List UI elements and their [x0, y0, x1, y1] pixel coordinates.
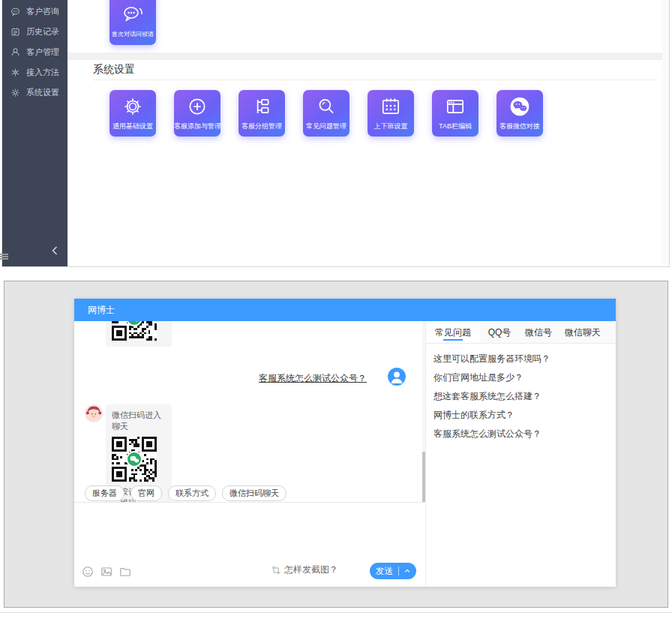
conversation-pane: 客服系统怎么测试公众号？ 微信扫码进入聊天 — [74, 321, 426, 587]
sidebar-item-system-settings[interactable]: 系统设置 — [2, 83, 68, 103]
chat-header: 网博士 — [74, 299, 616, 321]
sidebar-item-label: 历史记录 — [26, 26, 59, 38]
faq-question[interactable]: 想这套客服系统怎么搭建？ — [434, 387, 616, 406]
section-divider — [93, 80, 657, 80]
faq-question-list: 这里可以配置服务器环境吗？ 你们官网地址是多少？ 想这套客服系统怎么搭建？ 网博… — [426, 344, 616, 443]
plus-circle-icon — [186, 95, 208, 118]
gear-icon — [10, 88, 20, 98]
outgoing-message-row: 客服系统怎么测试公众号？ — [74, 368, 425, 390]
search-icon — [315, 95, 338, 118]
sidebar-item-label: 客户管理 — [26, 47, 59, 58]
page-bottom-rule — [0, 612, 672, 613]
tile-label: 客服分组管理 — [238, 122, 285, 131]
screenshot-hint-text: 怎样发截图？ — [284, 563, 338, 576]
send-divider — [398, 566, 399, 575]
tile-label: TAB栏编辑 — [432, 122, 478, 131]
person-icon — [388, 368, 406, 386]
agent-avatar — [85, 404, 103, 422]
sidebar: 客户咨询 历史记录 客户管理 接入方法 系统设置 — [2, 0, 68, 266]
screenshot-hint[interactable]: 怎样发截图？ — [271, 563, 338, 576]
history-doc-icon — [10, 27, 20, 37]
message-qr-clipped — [106, 321, 172, 347]
tile-wechat-connect[interactable]: 客服微信对接 — [496, 90, 543, 137]
sidebar-item-customer-consult[interactable]: 客户咨询 — [2, 2, 68, 22]
chat-greeting-icon — [122, 5, 144, 24]
quick-reply-row: 服务器 官网 联系方式 微信扫码聊天 — [85, 485, 286, 501]
message-list: 客服系统怎么测试公众号？ 微信扫码进入聊天 — [74, 321, 425, 502]
sidebar-item-customer-manage[interactable]: 客户管理 — [2, 42, 68, 62]
tile-general-settings[interactable]: 通用基础设置 — [110, 90, 156, 137]
file-folder-icon[interactable] — [119, 566, 131, 578]
scrollbar-track[interactable] — [422, 321, 425, 502]
user-avatar — [388, 368, 406, 386]
chat-title: 网博士 — [88, 305, 115, 315]
chat-widget: 网博士 客服系统怎么测试 — [74, 299, 616, 587]
tile-label: 上下班设置 — [368, 122, 414, 131]
tile-work-hours[interactable]: 上下班设置 — [368, 90, 414, 137]
send-button[interactable]: 发送 — [370, 563, 416, 579]
tile-label: 常见问题管理 — [303, 122, 350, 131]
section-separator — [68, 53, 662, 60]
quick-reply-chip[interactable]: 微信扫码聊天 — [222, 485, 286, 501]
quick-reply-chip[interactable]: 官网 — [130, 485, 162, 501]
faq-question[interactable]: 客服系统怎么测试公众号？ — [434, 425, 616, 443]
faq-pane: 常见问题 QQ号 微信号 微信聊天 这里可以配置服务器环境吗？ 你们官网地址是多… — [426, 321, 616, 587]
sidebar-item-history[interactable]: 历史记录 — [2, 22, 68, 42]
settings-tile-grid: 通用基础设置 客服添加与管理 客服分组管理 常见问题管理 上下班设置 TAB栏编… — [110, 90, 543, 137]
chat-preview-panel: 网博士 客服系统怎么测试 — [4, 281, 668, 608]
chat-bubble-icon — [10, 7, 20, 17]
drag-handle-icon[interactable] — [0, 253, 8, 260]
tile-faq-manage[interactable]: 常见问题管理 — [303, 90, 350, 137]
tile-first-chat-greeting[interactable]: 首次对话问候语 — [110, 0, 156, 45]
tab-wechat-id[interactable]: 微信号 — [519, 321, 558, 343]
section-title: 系统设置 — [93, 63, 135, 77]
chevron-left-icon — [50, 245, 59, 256]
access-method-icon — [10, 68, 20, 77]
sidebar-item-label: 客户咨询 — [26, 6, 59, 17]
send-label: 发送 — [376, 565, 394, 578]
right-gutter — [662, 0, 669, 266]
sidebar-collapse-button[interactable] — [50, 245, 59, 259]
agent-avatar-image — [85, 404, 103, 422]
faq-question[interactable]: 你们官网地址是多少？ — [434, 368, 616, 387]
scrollbar-thumb[interactable] — [422, 452, 425, 502]
customer-icon — [10, 47, 20, 57]
crop-icon — [271, 565, 281, 575]
emoji-icon[interactable] — [82, 566, 94, 578]
outgoing-message-text: 客服系统怎么测试公众号？ — [259, 372, 367, 385]
tile-label: 客服添加与管理 — [174, 122, 220, 131]
wechat-icon — [508, 95, 531, 118]
tab-editor-icon — [444, 95, 466, 118]
tile-agent-add-manage[interactable]: 客服添加与管理 — [174, 90, 220, 137]
sidebar-item-label: 系统设置 — [26, 87, 59, 98]
wechat-logo-icon — [126, 451, 142, 467]
tile-agent-group-manage[interactable]: 客服分组管理 — [238, 90, 285, 137]
tab-faq[interactable]: 常见问题 — [426, 321, 480, 343]
faq-tab-bar: 常见问题 QQ号 微信号 微信聊天 — [426, 321, 616, 344]
faq-question[interactable]: 网博士的联系方式？ — [434, 406, 616, 425]
tile-tab-editor[interactable]: TAB栏编辑 — [432, 90, 478, 137]
message-input-area[interactable]: 怎样发截图？ 发送 — [74, 502, 425, 587]
calendar-icon — [380, 95, 402, 118]
incoming-message-line1: 微信扫码进入聊天 — [112, 410, 166, 432]
tile-label: 通用基础设置 — [110, 122, 156, 131]
gear-icon — [122, 95, 144, 118]
tile-label: 客服微信对接 — [496, 122, 543, 131]
tab-qq[interactable]: QQ号 — [480, 321, 519, 343]
admin-panel: 客户咨询 历史记录 客户管理 接入方法 系统设置 首次对话问候语 系统设置 — [2, 0, 670, 267]
group-list-icon — [250, 95, 273, 118]
chevron-up-icon[interactable] — [404, 567, 411, 575]
sidebar-item-access-method[interactable]: 接入方法 — [2, 62, 68, 83]
quick-reply-chip[interactable]: 服务器 — [85, 485, 124, 501]
faq-question[interactable]: 这里可以配置服务器环境吗？ — [434, 350, 616, 368]
sidebar-item-label: 接入方法 — [26, 67, 59, 78]
tab-wechat-chat[interactable]: 微信聊天 — [558, 321, 608, 343]
quick-reply-chip[interactable]: 联系方式 — [168, 485, 216, 501]
tile-label: 首次对话问候语 — [110, 30, 156, 38]
image-upload-icon[interactable] — [100, 566, 112, 578]
